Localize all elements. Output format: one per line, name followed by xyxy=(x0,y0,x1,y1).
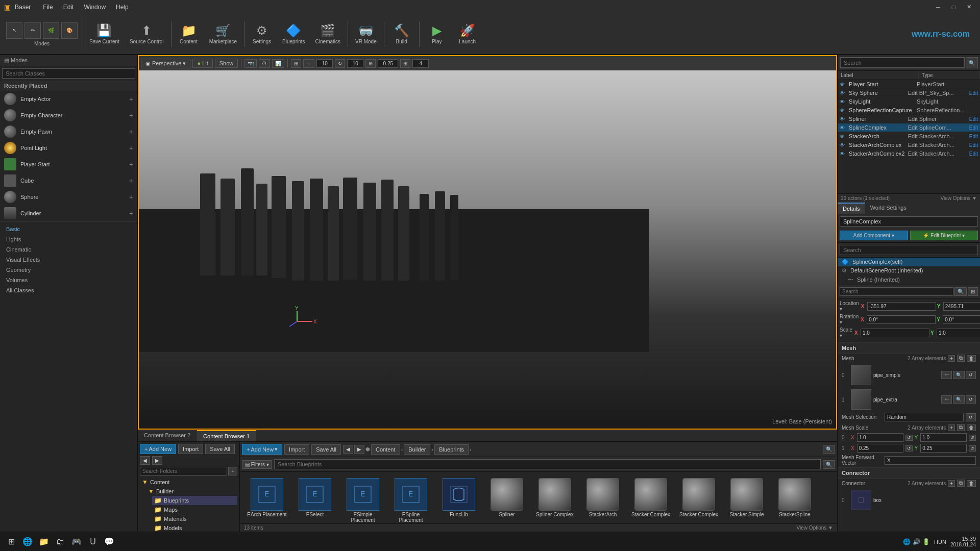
location-label[interactable]: Location ▾ xyxy=(840,300,859,312)
taskbar-file-explorer[interactable]: 📁 xyxy=(37,535,51,549)
menu-edit[interactable]: Edit xyxy=(59,3,78,12)
camera-speed-button[interactable]: 📷 xyxy=(244,59,257,68)
taskbar-start[interactable]: ⊞ xyxy=(4,535,18,549)
scale-y1-input[interactable] xyxy=(920,444,967,453)
add-new-main-button[interactable]: + Add New ▾ xyxy=(242,444,282,455)
mesh-find-btn[interactable]: ⬳ xyxy=(941,371,952,379)
asset-stackerarch[interactable]: StackerArch xyxy=(580,476,626,523)
wo-row-stackerarchcomplex2[interactable]: 👁 StackerArchComplex2 Edit StackerArch..… xyxy=(838,149,980,158)
recently-placed-header[interactable]: Recently Placed xyxy=(0,81,137,91)
taskbar-explorer2[interactable]: 🗂 xyxy=(53,535,67,549)
detail-search-btn[interactable]: 🔍 xyxy=(954,287,967,296)
actor-empty-actor[interactable]: Empty Actor + xyxy=(0,91,137,107)
actor-player-start[interactable]: Player Start + xyxy=(0,156,137,172)
taskbar-chrome[interactable]: 🌐 xyxy=(20,535,35,549)
mesh-copy-btn[interactable]: ⧉ xyxy=(957,355,965,362)
actor-add-icon[interactable]: + xyxy=(129,95,133,103)
scale-x1-input[interactable] xyxy=(857,444,903,453)
mesh-del-btn[interactable]: 🗑 xyxy=(967,355,976,362)
scale-y-input[interactable] xyxy=(937,329,980,337)
mesh-forward-select[interactable]: X Y Z xyxy=(885,456,976,465)
tray-network[interactable]: 🌐 xyxy=(903,538,911,545)
scale-reset-y1[interactable]: ↺ xyxy=(969,445,976,452)
settings-button[interactable]: ⚙ Settings xyxy=(247,16,277,52)
wo-row-skysphere[interactable]: 👁 Sky Sphere Edit BP_Sky_Sp... Edit xyxy=(838,89,980,97)
folder-add-button[interactable]: + xyxy=(228,467,237,475)
taskbar-unreal[interactable]: U xyxy=(86,535,100,549)
scale-copy-btn[interactable]: ⧉ xyxy=(957,424,965,431)
grid-snap-button[interactable]: ↔ xyxy=(303,59,314,68)
maximize-button[interactable]: □ xyxy=(946,2,961,13)
category-geometry[interactable]: Geometry xyxy=(0,265,137,275)
detail-search-input[interactable] xyxy=(840,287,953,296)
eye-icon[interactable]: 👁 xyxy=(840,116,847,122)
actor-add-icon[interactable]: + xyxy=(129,209,133,217)
actor-empty-pawn[interactable]: Empty Pawn + xyxy=(0,123,137,140)
wo-row-skylight[interactable]: 👁 SkyLight SkyLight xyxy=(838,97,980,106)
scale-add-btn[interactable]: + xyxy=(948,424,955,431)
mode-btn-4[interactable]: 🎨 xyxy=(61,22,78,39)
menu-window[interactable]: Window xyxy=(80,3,110,12)
eye-icon[interactable]: 👁 xyxy=(840,151,847,157)
asset-search-button[interactable]: 🔍 xyxy=(823,460,835,469)
asset-stacker-simple[interactable]: Stacker Simple xyxy=(724,476,770,523)
world-search-input[interactable] xyxy=(840,58,964,68)
asset-espline-placement[interactable]: E ESpline Placement xyxy=(388,476,434,523)
forward-button[interactable]: ▶ xyxy=(152,456,162,465)
breadcrumb-back[interactable]: ◀ xyxy=(343,445,353,454)
lang-indicator[interactable]: HUN xyxy=(934,539,946,545)
asset-search-input[interactable] xyxy=(274,459,821,469)
component-spline[interactable]: 〜 Spline (Inherited) xyxy=(838,275,980,285)
tray-volume[interactable]: 🔊 xyxy=(913,538,920,545)
world-search-button[interactable]: 🔍 xyxy=(966,57,978,68)
eye-icon[interactable]: 👁 xyxy=(840,108,847,113)
show-button[interactable]: Show xyxy=(215,59,238,68)
rotation-y-input[interactable] xyxy=(943,315,980,324)
mesh-reset-btn[interactable]: ↺ xyxy=(966,371,976,379)
breadcrumb-forward[interactable]: ▶ xyxy=(354,445,364,454)
taskbar-discord[interactable]: 💬 xyxy=(102,535,116,549)
mesh-selection-reset[interactable]: ↺ xyxy=(966,413,976,421)
grid-size-input[interactable] xyxy=(316,59,333,68)
minimize-button[interactable]: ─ xyxy=(931,2,945,13)
actor-add-icon[interactable]: + xyxy=(129,160,133,168)
cb-tab-1[interactable]: Content Browser 1 xyxy=(197,430,256,441)
tray-battery[interactable]: 🔋 xyxy=(922,538,930,545)
folder-maps[interactable]: 📁 Maps xyxy=(152,505,237,514)
edit-link[interactable]: Edit xyxy=(969,151,978,157)
asset-stackerspline[interactable]: StackerSpline xyxy=(772,476,818,523)
asset-stacker-complex-1[interactable]: Stacker Complex xyxy=(628,476,674,523)
camera-fov-button[interactable]: ⊞ xyxy=(400,59,410,68)
back-button[interactable]: ◀ xyxy=(140,456,150,465)
mesh-goto-btn[interactable]: 🔍 xyxy=(953,371,965,379)
mesh-selection-select[interactable]: Random Sequential xyxy=(885,413,964,421)
category-lights[interactable]: Lights xyxy=(0,234,137,244)
scale-reset-y0[interactable]: ↺ xyxy=(969,435,976,441)
folder-search-input[interactable] xyxy=(140,467,227,475)
wo-view-options[interactable]: View Options ▼ xyxy=(941,195,977,201)
mesh-add-btn[interactable]: + xyxy=(948,355,955,362)
wo-row-splinercomplex[interactable]: 👁 SplineComplex Edit SplineCom... Edit xyxy=(838,123,980,132)
wo-row-stackerarchcomplex[interactable]: 👁 StackerArchComplex Edit StackerArch...… xyxy=(838,141,980,149)
actor-add-icon[interactable]: + xyxy=(129,193,133,201)
edit-link[interactable]: Edit xyxy=(969,134,978,139)
rot-snap-input[interactable] xyxy=(347,59,363,68)
dp-tab-world[interactable]: World Settings xyxy=(865,203,912,214)
category-visual-effects[interactable]: Visual Effects xyxy=(0,255,137,265)
dp-tab-details[interactable]: Details xyxy=(838,203,865,214)
wo-row-playerstart[interactable]: 👁 Player Start PlayerStart xyxy=(838,80,980,89)
conn-copy-btn[interactable]: ⧉ xyxy=(957,480,965,487)
scale-del-btn[interactable]: 🗑 xyxy=(967,424,976,431)
asset-eselect[interactable]: E ESelect xyxy=(292,476,338,523)
scale-y0-input[interactable] xyxy=(920,433,967,442)
connector-section-header[interactable]: Connector xyxy=(838,467,980,479)
rotation-label[interactable]: Rotation ▾ xyxy=(840,314,859,325)
folder-content[interactable]: ▼ Content xyxy=(140,478,237,487)
save-current-button[interactable]: 💾 Save Current xyxy=(84,16,125,52)
actor-empty-character[interactable]: Empty Character + xyxy=(0,107,137,123)
mesh-goto-btn[interactable]: 🔍 xyxy=(953,395,965,404)
scale-x-input[interactable] xyxy=(861,329,929,337)
actor-cube[interactable]: Cube + xyxy=(0,172,137,189)
menu-file[interactable]: File xyxy=(39,3,57,12)
category-basic[interactable]: Basic xyxy=(0,224,137,234)
